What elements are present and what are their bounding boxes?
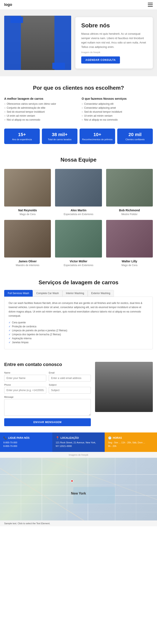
- info-phone-title: LIGUE PARA NÓS: [3, 436, 49, 440]
- hero-blue-bar-left: [4, 16, 21, 70]
- services-tabs: Full Services Wash Complete Car Wash Int…: [4, 290, 153, 296]
- info-box-phone: LIGUE PARA NÓS 8-800-70-000 8-800-70-000: [0, 432, 52, 452]
- info-hours-label: HORAS: [113, 436, 122, 439]
- phone-icon: [3, 436, 7, 440]
- team-photo-1: [4, 169, 51, 206]
- map-footer-text: Sample text. Click to select the Text El…: [4, 522, 50, 525]
- info-location-text: 121 Rock Street, 21 Avenue, New York, NY…: [56, 441, 101, 448]
- tab-exterior[interactable]: Exterior Washing: [88, 290, 114, 296]
- header: logo: [0, 0, 157, 10]
- why-section: Por que os clientes nos escolhem? A melh…: [0, 76, 157, 150]
- name-field-group: Name: [4, 372, 46, 382]
- phone-label: Phone: [4, 384, 46, 386]
- team-name-3: Bob Richmond: [106, 208, 153, 212]
- list-item: Nisi ut aliquip ex ea commodo: [82, 118, 153, 121]
- hero-blue-accent-top: [11, 17, 23, 23]
- tab-complete-car[interactable]: Complete Car Wash: [33, 290, 62, 296]
- team-member-5: Victor Müller Especialista em Exteriores: [55, 220, 102, 267]
- list-item: Consectetur adipiscing elit: [82, 102, 153, 105]
- subject-input[interactable]: [49, 387, 91, 394]
- name-input[interactable]: [4, 375, 46, 382]
- schedule-button[interactable]: AGENDAR CONSULTA: [81, 56, 120, 64]
- hours-line-1: Seg - Sex ... 11h - 20h, Sáb, Dom ...: [108, 441, 154, 444]
- message-textarea[interactable]: [4, 399, 91, 416]
- location-icon: [56, 436, 59, 440]
- info-location-label: LOCALIZAÇÃO: [61, 436, 79, 439]
- contact-car-photo: [95, 362, 153, 412]
- team-role-2: Especialista em Exteriores: [55, 213, 102, 216]
- subject-field-group: Subject: [49, 384, 91, 394]
- phone-line-2: 8-800-70-000: [3, 444, 49, 448]
- why-col1-list: Oferecemos vários serviços com ótimo val…: [4, 102, 75, 121]
- team-role-4: Maestro de interiores: [4, 264, 51, 267]
- message-label: Message: [4, 396, 91, 398]
- logo: logo: [4, 2, 12, 7]
- services-section: Serviços de lavagem de carros Full Servi…: [0, 273, 157, 356]
- tab-content: Our car wash facilities feature flat-bel…: [4, 296, 153, 349]
- freepik-note: Imagens de freepik: [0, 452, 157, 458]
- info-phone-text: 8-800-70-000 8-800-70-000: [3, 441, 49, 448]
- team-name-5: Victor Müller: [55, 260, 102, 263]
- stat-cars-washed: 38 mil+ Total de carros lavados: [42, 128, 77, 144]
- message-field-group: Message: [4, 396, 91, 416]
- info-box-hours: HORAS Seg - Sex ... 11h - 20h, Sáb, Dom …: [105, 432, 157, 452]
- hero-description: Massa ultrices mi quis hendrerit. Ac ut …: [81, 32, 147, 49]
- list-item: Nisi ut aliquip ex ea commodo: [4, 118, 75, 121]
- hero-section: Sobre nós Massa ultrices mi quis hendrer…: [0, 10, 157, 76]
- send-button[interactable]: ENVIAR MENSAGEM: [4, 418, 91, 426]
- map-background: New York: [0, 458, 157, 520]
- hero-blue-accent-bottom: [52, 63, 65, 69]
- hero-card: Sobre nós Massa ultrices mi quis hendrer…: [75, 17, 153, 68]
- svg-rect-13: [73, 487, 115, 504]
- info-hours-text: Seg - Sex ... 11h - 20h, Sáb, Dom ... 9h…: [108, 441, 154, 448]
- services-title: Serviços de lavagem de carros: [4, 279, 153, 286]
- why-col-1: A melhor lavagem de carros Oferecemos vá…: [4, 97, 75, 122]
- team-member-3: Bob Richmond Mestre Polidor: [106, 169, 153, 216]
- location-line-2: NY 12021-0000: [56, 444, 101, 448]
- stat-label: Ano de experiência: [7, 138, 37, 141]
- form-row-name-email: Name Email: [4, 372, 91, 382]
- hamburger-button[interactable]: [148, 3, 153, 7]
- team-member-6: Walter Lilly Mago de Cera: [106, 220, 153, 267]
- team-photo-6: [106, 220, 153, 258]
- form-row-phone-subject: Phone Subject: [4, 384, 91, 394]
- name-label: Name: [4, 372, 46, 374]
- list-item: Janelas limpas: [9, 341, 148, 344]
- team-grid: Nat Reynolds Mago de Cera Alex Martin Es…: [4, 169, 153, 267]
- tab-interior[interactable]: Interior Washing: [62, 290, 88, 296]
- services-features-list: Cera quente Proteção de cerâmica Limpeza…: [9, 321, 148, 344]
- tab-full-services[interactable]: Full Services Wash: [4, 290, 33, 296]
- location-line-1: 121 Rock Street, 21 Avenue, New York,: [56, 441, 101, 444]
- stat-num: 15+: [7, 132, 37, 137]
- list-item: Ut enim ad minim veniam: [82, 114, 153, 117]
- list-item: Proteção de cerâmica: [9, 325, 148, 328]
- tab-description: Our car wash facilities feature flat-bel…: [9, 301, 148, 318]
- email-label: Email: [49, 372, 91, 374]
- team-member-2: Alex Martin Especialista em Exteriores: [55, 169, 102, 216]
- map-footer: Sample text. Click to select the Text El…: [0, 520, 157, 526]
- team-name-4: James Oliver: [4, 260, 51, 263]
- phone-field-group: Phone: [4, 384, 46, 394]
- map-section[interactable]: New York: [0, 458, 157, 520]
- team-section: Nossa Equipe Nat Reynolds Mago de Cera A…: [0, 150, 157, 273]
- list-item: Limpeza de painéis de portas e janelas (…: [9, 329, 148, 332]
- email-input[interactable]: [49, 375, 91, 382]
- why-columns: A melhor lavagem de carros Oferecemos vá…: [4, 97, 153, 122]
- team-role-6: Mago de Cera: [106, 264, 153, 267]
- team-role-1: Mago de Cera: [4, 213, 51, 216]
- contact-title: Entre em contato conosco: [4, 362, 91, 367]
- stat-num: 10+: [82, 132, 113, 137]
- list-item: Ut enim ad minim veniam: [4, 114, 75, 117]
- team-photo-2: [55, 169, 102, 206]
- team-role-5: Especialista em Exteriores: [55, 264, 102, 267]
- map-roads-svg: [0, 458, 157, 520]
- contact-image: [95, 362, 153, 412]
- hours-line-2: 9h - 20h: [108, 444, 154, 448]
- phone-input[interactable]: [4, 387, 46, 394]
- email-field-group: Email: [49, 372, 91, 382]
- hero-photo: [4, 16, 71, 70]
- team-name-2: Alex Martin: [55, 208, 102, 212]
- stat-label: Clientes confiáveis: [120, 138, 150, 141]
- list-item: Limpeza dos tapetes de borracha (2 filei…: [9, 333, 148, 336]
- info-hours-title: HORAS: [108, 436, 154, 440]
